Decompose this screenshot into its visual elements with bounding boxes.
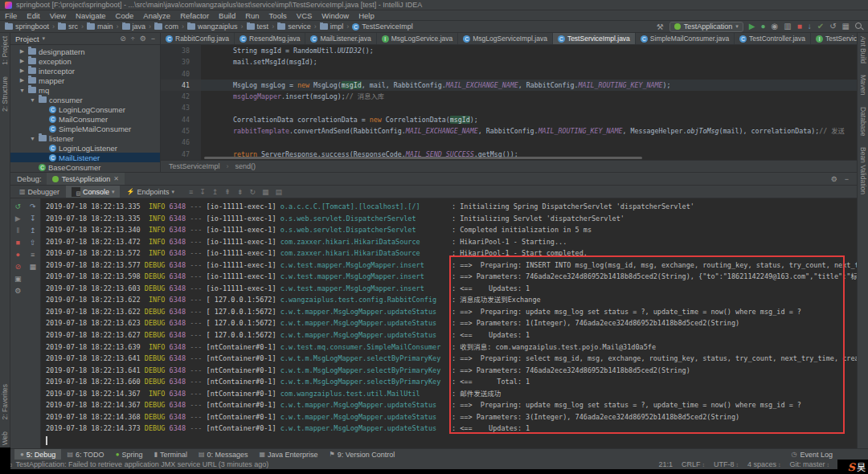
editor-tab-msglogserviceimpl-java[interactable]: CMsgLogServiceImpl.java: [458, 33, 553, 44]
run-to-cursor-icon[interactable]: ⇧: [30, 237, 36, 249]
rerun-icon[interactable]: ↺: [14, 201, 21, 213]
tool-window-button-ant-build[interactable]: Ant Build: [859, 36, 867, 63]
editor-tab-testcontroller-java[interactable]: CTestController.java: [735, 33, 811, 44]
tool-window-button-2-favorites[interactable]: 2: Favorites: [1, 384, 9, 419]
tree-item-simplemailconsumer[interactable]: CSimpleMailConsumer: [10, 124, 160, 133]
project-tree[interactable]: ▶designpattern▶exception▶interceptor▶map…: [10, 45, 160, 172]
step-into-icon[interactable]: ↧: [30, 213, 36, 225]
breadcrumb-method[interactable]: send(): [235, 162, 256, 170]
evaluate-expression-icon[interactable]: ▦: [29, 261, 36, 273]
mute-breakpoints-icon[interactable]: ⊘: [14, 261, 21, 273]
status-widget-git-master[interactable]: Git: master↕: [789, 460, 829, 468]
editor-tab-testserviceimpl-java[interactable]: CTestServiceImpl.java: [553, 33, 636, 44]
tree-item-mailconsumer[interactable]: CMailConsumer: [10, 114, 160, 124]
stop-icon[interactable]: ■: [16, 237, 20, 249]
toolbar-icon[interactable]: ↥: [212, 188, 219, 196]
tool-window-button-database[interactable]: Database: [859, 107, 867, 136]
menu-item-vcs[interactable]: VCS: [292, 11, 317, 20]
toolbar-icon[interactable]: ↧: [199, 188, 206, 196]
debug-session-tab[interactable]: TestApplication ✕: [47, 173, 125, 185]
tool-window-button-java-enterprise[interactable]: ▦Java Enterprise: [254, 449, 324, 460]
build-icon[interactable]: ⚒: [657, 22, 664, 31]
tree-item-maillistener[interactable]: CMailListener: [10, 153, 160, 162]
editor-tab-rabbitconfig-java[interactable]: CRabbitConfig.java: [161, 33, 235, 44]
threads-view-icon[interactable]: ≡: [31, 249, 35, 261]
tool-window-button-0-messages[interactable]: ▤0: Messages: [193, 449, 254, 460]
tree-item-listener[interactable]: ▼listener: [10, 133, 160, 143]
run-icon[interactable]: ▶: [749, 22, 755, 31]
menu-item-navigate[interactable]: Navigate: [71, 11, 111, 20]
status-widget-4-spaces[interactable]: 4 spaces↕: [747, 460, 781, 468]
chevron-down-icon[interactable]: ▼: [29, 136, 36, 141]
gear-icon[interactable]: ⚙: [140, 35, 146, 43]
search-everywhere-icon[interactable]: [855, 22, 863, 31]
collapse-all-icon[interactable]: ÷: [131, 35, 135, 43]
chevron-right-icon[interactable]: ▶: [18, 67, 26, 74]
chevron-right-icon[interactable]: ▶: [18, 48, 26, 55]
menu-item-tools[interactable]: Tools: [264, 11, 292, 20]
locate-icon[interactable]: ⊘: [120, 35, 126, 43]
tree-item-loginloglistener[interactable]: CLoginLogListener: [10, 143, 160, 153]
tree-item-exception[interactable]: ▶exception: [10, 56, 160, 66]
tree-item-interceptor[interactable]: ▶interceptor: [10, 66, 160, 76]
menu-item-help[interactable]: Help: [354, 11, 379, 20]
tool-window-button-6-todo[interactable]: ▤6: TODO: [61, 449, 109, 460]
vcs-update-icon[interactable]: ↓: [808, 22, 812, 31]
breadcrumb-item-src[interactable]: src: [58, 22, 78, 31]
editor-tab-maillistener-java[interactable]: CMailListener.java: [305, 33, 376, 44]
resume-icon[interactable]: ▶: [15, 213, 21, 225]
view-breakpoints-icon[interactable]: ●: [16, 249, 20, 261]
tool-window-button-bean-validation[interactable]: Bean Validation: [859, 147, 867, 194]
tool-window-button-9-version-control[interactable]: ⚑9: Version Control: [324, 449, 401, 460]
toolbar-icon[interactable]: ≡: [189, 188, 193, 196]
status-message[interactable]: TestApplication: Failed to retrieve appl…: [16, 460, 269, 468]
settings-icon[interactable]: ⚙: [14, 285, 21, 297]
debug-tab-console[interactable]: ▤Console▾: [66, 186, 120, 198]
breadcrumb-item-testserviceimpl[interactable]: CTestServiceImpl: [352, 22, 413, 31]
screenshot-icon[interactable]: ▣: [14, 273, 22, 285]
event-log-button[interactable]: ◷ Event Log: [791, 451, 833, 459]
status-widget-utf-8[interactable]: UTF-8↕: [714, 460, 739, 468]
tool-window-button-maven[interactable]: Maven: [859, 75, 867, 96]
menu-item-view[interactable]: View: [45, 11, 71, 20]
tool-window-button-spring[interactable]: ●Spring: [110, 449, 149, 460]
tool-window-button-2-structure[interactable]: 2: Structure: [1, 76, 9, 112]
breadcrumb-item-test[interactable]: test: [247, 22, 269, 31]
tool-window-button-5-debug[interactable]: ●5: Debug: [14, 449, 61, 460]
chevron-down-icon[interactable]: ▼: [18, 88, 26, 93]
breadcrumb-item-wangzaiplus[interactable]: wangzaiplus: [187, 22, 238, 31]
gear-icon[interactable]: ⚙: [831, 175, 837, 183]
step-over-icon[interactable]: ↷: [30, 201, 36, 213]
menu-item-code[interactable]: Code: [111, 11, 139, 20]
breadcrumb-class[interactable]: TestServiceImpl: [169, 162, 220, 170]
chevron-down-icon[interactable]: ▼: [29, 97, 36, 103]
tool-window-button-web[interactable]: Web: [1, 431, 9, 445]
tool-window-button-terminal[interactable]: ▮Terminal: [148, 449, 192, 460]
debug-tab-debugger[interactable]: ▥Debugger: [14, 186, 65, 198]
toolbar-icon[interactable]: ↻: [249, 188, 256, 196]
toolbar-icon[interactable]: ⇟: [237, 188, 244, 196]
vcs-revert-icon[interactable]: ↺: [829, 22, 836, 31]
console-output[interactable]: 2019-07-18 18:22:13.335 INFO 6348 --- [i…: [41, 198, 857, 448]
status-widget-crlf[interactable]: CRLF↕: [682, 460, 705, 468]
debug-run-icon[interactable]: ●: [760, 22, 765, 31]
chevron-right-icon[interactable]: ▶: [18, 77, 26, 84]
hide-icon[interactable]: −: [151, 35, 155, 43]
tree-item-mapper[interactable]: ▶mapper: [10, 76, 160, 85]
tree-item-consumer[interactable]: ▼consumer: [10, 95, 160, 104]
chevron-down-icon[interactable]: ▾: [43, 35, 46, 42]
editor-tab-msglogservice-java[interactable]: IMsgLogService.java: [377, 33, 459, 44]
breadcrumb-item-com[interactable]: com: [154, 22, 178, 31]
tree-item-mq[interactable]: ▼mq: [10, 85, 160, 95]
editor-tab-testservice-java[interactable]: ITestService.java: [811, 33, 857, 44]
run-configuration-select[interactable]: TestApplication ▾: [669, 22, 743, 32]
diff-icon[interactable]: ▦: [842, 22, 850, 31]
breadcrumb-item-springboot[interactable]: springboot: [5, 22, 49, 31]
code-editor[interactable]: 38 String msgId = RandomUtil.UUID32();39…: [161, 45, 857, 160]
debug-tab-endpoints[interactable]: ⚡Endpoints▾: [121, 186, 180, 198]
hide-panel-icon[interactable]: −: [845, 175, 849, 183]
breadcrumb-item-impl[interactable]: impl: [320, 22, 344, 31]
menu-item-run[interactable]: Run: [240, 11, 264, 20]
menu-item-build[interactable]: Build: [214, 11, 240, 20]
editor-tab-simplemailconsumer-java[interactable]: CSimpleMailConsumer.java: [636, 33, 735, 44]
